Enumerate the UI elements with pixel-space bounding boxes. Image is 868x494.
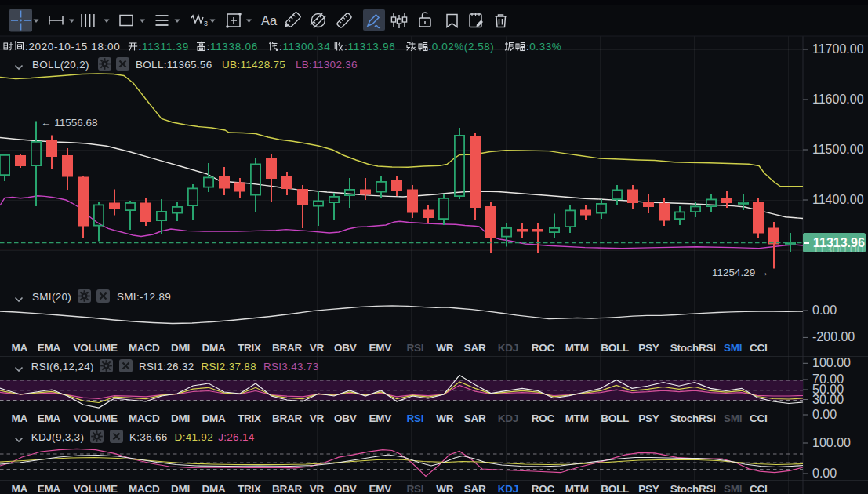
svg-text:3: 3: [204, 20, 208, 27]
svg-text:Aa: Aa: [261, 13, 278, 27]
